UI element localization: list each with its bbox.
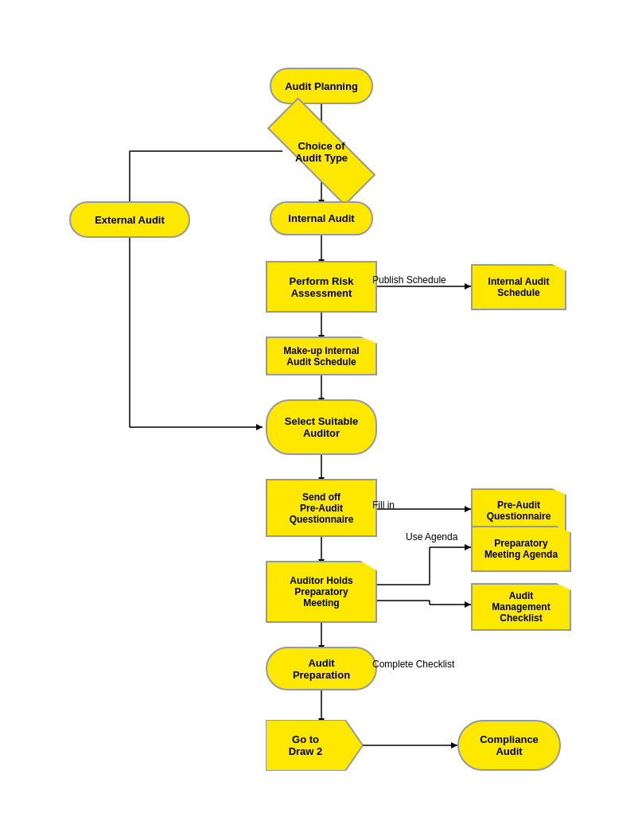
publish-schedule-label: Publish Schedule [372, 274, 446, 286]
svg-marker-19 [465, 506, 471, 512]
audit-planning-shape: Audit Planning [270, 68, 373, 104]
svg-marker-35 [451, 742, 457, 749]
select-suitable-auditor-shape: Select Suitable Auditor [266, 399, 377, 455]
external-audit-shape: External Audit [69, 201, 190, 238]
complete-checklist-label: Complete Checklist [372, 659, 454, 670]
svg-marker-25 [465, 544, 471, 550]
internal-audit-schedule-shape: Internal Audit Schedule [471, 264, 566, 310]
svg-marker-11 [465, 283, 471, 290]
send-off-shape: Send off Pre-Audit Questionnaire [266, 479, 377, 537]
go-to-draw2-shape: Go to Draw 2 [266, 720, 363, 771]
auditor-holds-shape: Auditor Holds Preparatory Meeting [266, 561, 377, 623]
svg-marker-29 [465, 601, 471, 608]
makeup-internal-shape: Make-up Internal Audit Schedule [266, 336, 377, 375]
preparatory-meeting-agenda-shape: Preparatory Meeting Agenda [471, 526, 571, 572]
fill-in-label: Fill in [372, 500, 395, 511]
svg-marker-7 [256, 424, 263, 430]
compliance-audit-shape: Compliance Audit [457, 720, 561, 771]
audit-preparation-shape: Audit Preparation [266, 647, 377, 690]
perform-risk-assessment-shape: Perform Risk Assessment [266, 261, 377, 313]
choice-of-audit-type-shape: Choice of Audit Type [267, 130, 376, 173]
audit-management-checklist-shape: Audit Management Checklist [471, 583, 571, 631]
flowchart-diagram: Audit Planning Choice of Audit Type Exte… [0, 0, 642, 840]
pre-audit-questionnaire-shape: Pre-Audit Questionnaire [471, 488, 566, 532]
internal-audit-shape: Internal Audit [270, 201, 373, 235]
use-agenda-label: Use Agenda [406, 531, 457, 542]
